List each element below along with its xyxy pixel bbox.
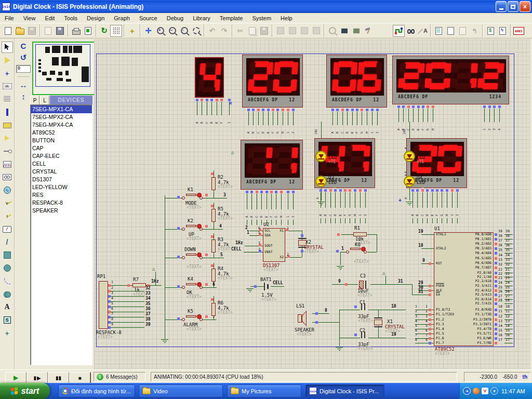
mirror-x-button[interactable]: ↔ — [20, 81, 28, 89]
close-button[interactable]: × — [520, 1, 530, 12]
schematic-canvas[interactable]: △△△345671Hz3233343536373839211HzCELLCELL… — [94, 39, 530, 369]
component-resistor[interactable] — [211, 269, 216, 282]
search-tag-button[interactable] — [405, 25, 417, 37]
make-device-button[interactable] — [338, 25, 350, 37]
component-tool[interactable] — [2, 55, 13, 66]
device-list[interactable]: 7SEG-MPX1-CA7SEG-MPX2-CA7SEG-MPX4-CAAT89… — [30, 104, 92, 365]
rotate-cw-button[interactable]: C — [21, 42, 26, 50]
menu-view[interactable]: View — [19, 14, 41, 22]
graph-tool[interactable] — [2, 158, 13, 170]
device-item-RESPACK-8[interactable]: RESPACK-8 — [31, 199, 92, 207]
taskbar-button-2[interactable]: Video — [139, 384, 223, 397]
device-item-RES[interactable]: RES — [31, 191, 92, 199]
2d-text-tool[interactable]: A — [2, 301, 13, 313]
menu-system[interactable]: System — [247, 14, 276, 22]
terminal-tool[interactable] — [2, 132, 13, 144]
menu-edit[interactable]: Edit — [40, 14, 59, 22]
remove-sheet-button[interactable] — [457, 25, 469, 37]
display-seg-year[interactable]: ABCDEFG DP1234 — [392, 56, 509, 104]
start-button[interactable]: start — [0, 383, 50, 399]
minimize-button[interactable] — [496, 1, 507, 12]
hide-icons-icon[interactable]: ◂ — [463, 387, 471, 395]
menu-file[interactable]: File — [0, 14, 19, 22]
device-item-LED-YELLOW[interactable]: LED-YELLOW — [31, 183, 92, 191]
2d-line-tool[interactable]: / — [2, 236, 13, 248]
bus-tool[interactable] — [2, 107, 13, 118]
redo-button[interactable]: ↷ — [218, 25, 230, 37]
wire-label-tool[interactable]: LBL — [2, 81, 13, 92]
pick-device-button[interactable] — [326, 25, 338, 37]
taskbar-button-4[interactable]: isisDigital Clock - ISIS Pr... — [305, 384, 384, 397]
device-item-BUTTON[interactable]: BUTTON — [31, 137, 92, 144]
tape-recorder-tool[interactable] — [2, 171, 13, 183]
packaging-tool-button[interactable] — [350, 25, 362, 37]
redraw-button[interactable]: ↻ — [98, 25, 110, 37]
text-script-tool[interactable] — [2, 94, 13, 105]
component-resistor[interactable] — [211, 240, 216, 252]
display-seg-month[interactable]: ABCDEFG DP12 — [326, 55, 387, 108]
device-pin-tool[interactable] — [2, 145, 13, 157]
design-explorer-button[interactable] — [433, 25, 445, 37]
cut-button[interactable]: ✂ — [234, 25, 246, 37]
device-item-DS1307[interactable]: DS1307 — [31, 176, 92, 183]
menu-source[interactable]: Source — [135, 14, 162, 22]
current-probe-tool[interactable]: I — [2, 210, 13, 222]
undo-button[interactable]: ↶ — [206, 25, 218, 37]
2d-symbol-tool[interactable]: S — [2, 314, 13, 326]
component-resistor[interactable] — [211, 177, 216, 190]
save-design-button[interactable] — [26, 25, 38, 37]
block-rotate-button[interactable] — [298, 25, 310, 37]
2d-circle-tool[interactable] — [2, 262, 13, 274]
component-resistor[interactable] — [132, 283, 146, 287]
2d-arc-tool[interactable] — [2, 275, 13, 287]
2d-marker-tool[interactable]: + — [2, 327, 13, 339]
2d-path-tool[interactable] — [2, 288, 13, 300]
zoom-out-button[interactable]: − — [166, 25, 178, 37]
maximize-button[interactable] — [508, 1, 518, 12]
component-D4[interactable] — [404, 176, 415, 187]
goto-parent-button[interactable]: ↰ — [469, 25, 481, 37]
open-design-button[interactable] — [14, 25, 26, 37]
import-section-button[interactable] — [42, 25, 54, 37]
component-D2[interactable] — [315, 176, 327, 187]
component-D1[interactable] — [315, 151, 327, 162]
virtual-instrument-tool[interactable] — [2, 223, 13, 235]
taskbar-button-1[interactable]: Đổi định dạng hình từ... — [58, 384, 135, 397]
bill-of-materials-button[interactable] — [485, 25, 497, 37]
new-file-button[interactable] — [2, 25, 14, 37]
block-copy-button[interactable] — [274, 25, 286, 37]
zoom-area-button[interactable] — [190, 25, 202, 37]
message-panel[interactable]: i 6 Message(s) — [94, 372, 145, 382]
component-button[interactable] — [186, 194, 196, 196]
component-D3[interactable] — [404, 151, 415, 162]
paste-button[interactable] — [258, 25, 270, 37]
display-seg-hours[interactable]: ABCDEFG DP12 — [241, 140, 303, 190]
property-assignment-button[interactable]: ／A — [417, 25, 429, 37]
taskbar-button-3[interactable]: My Pictures — [227, 384, 301, 397]
block-delete-button[interactable] — [310, 25, 322, 37]
component-button[interactable] — [186, 315, 196, 317]
component-button[interactable] — [186, 283, 196, 285]
device-item-CELL[interactable]: CELL — [31, 160, 92, 168]
menu-template[interactable]: Template — [215, 14, 248, 22]
device-item-CAP-ELEC[interactable]: CAP-ELEC — [31, 152, 92, 160]
junction-dot-tool[interactable]: + — [2, 68, 13, 79]
print-button[interactable] — [70, 25, 82, 37]
copy-button[interactable] — [246, 25, 258, 37]
menu-tools[interactable]: Tools — [59, 14, 82, 22]
wire-autorouter-button[interactable] — [393, 25, 405, 37]
menu-help[interactable]: Help — [276, 14, 297, 22]
component-button[interactable] — [186, 254, 196, 256]
block-move-button[interactable] — [286, 25, 298, 37]
pan-button[interactable]: ✛ — [142, 25, 154, 37]
component-resistor[interactable] — [211, 303, 216, 316]
menu-debug[interactable]: Debug — [162, 14, 188, 22]
device-item-7SEG-MPX1-CA[interactable]: 7SEG-MPX1-CA — [31, 105, 92, 113]
mirror-y-button[interactable]: ↕ — [21, 92, 25, 101]
step-button[interactable]: ▮▶ — [26, 372, 48, 383]
menu-design[interactable]: Design — [82, 14, 109, 22]
title-bar[interactable]: isis Digital Clock - ISIS Professional (… — [0, 0, 532, 13]
generator-tool[interactable]: ∿ — [2, 184, 13, 196]
netlist-ares-button[interactable]: ARES — [513, 25, 525, 37]
component-button[interactable] — [186, 225, 196, 227]
